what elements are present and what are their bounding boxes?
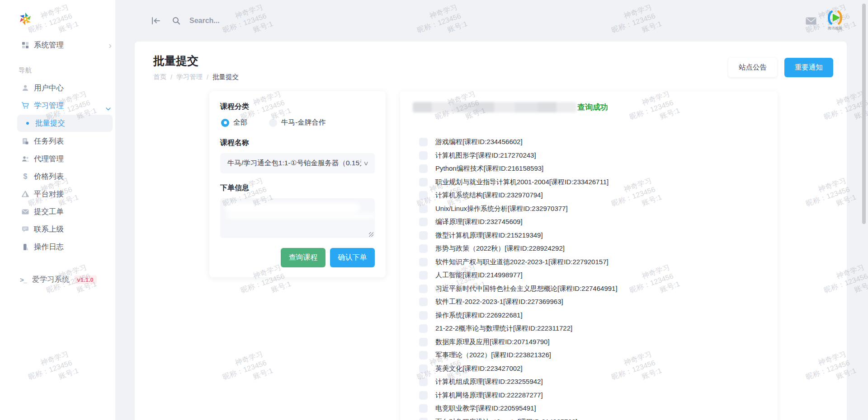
course-checkbox[interactable] — [419, 178, 428, 187]
course-checkbox[interactable] — [419, 378, 428, 386]
course-checkbox[interactable] — [419, 364, 428, 373]
redacted-content — [226, 213, 375, 219]
content-card: 批量提交 首页 / 学习管理 / 批量提交 站点公告 重要通知 — [135, 42, 847, 420]
sidebar-item-submit-ticket[interactable]: 提交工单 — [0, 203, 115, 220]
sidebar-item-label: 平台对接 — [34, 189, 64, 199]
course-checkbox[interactable] — [419, 258, 428, 266]
order-form-panel: 课程分类 全部 牛马-金牌合作 课程名称 牛马/学习通全包1:1-① — [209, 91, 386, 277]
nav-section-label: 导航 — [19, 66, 115, 75]
title-block: 批量提交 首页 / 学习管理 / 批量提交 — [153, 53, 239, 81]
course-select-value: 牛马/学习通全包1:1-①号铂金服务器（0.15元 — [227, 159, 361, 168]
course-checkbox[interactable] — [419, 205, 428, 213]
course-label: 面向对象程序设计（Java）[课程ID:214905722] — [435, 418, 577, 420]
course-row: 人工智能[课程ID:214998977] — [419, 269, 762, 282]
course-label: 计算机网络原理[课程ID:222287277] — [435, 391, 543, 400]
cart-icon — [21, 102, 30, 109]
sidebar-item-agent-management[interactable]: 代理管理 — [0, 150, 115, 168]
course-label: 军事理论（2022）[课程ID:223821326] — [435, 351, 551, 359]
course-label: Python编程技术[课程ID:216158593] — [435, 164, 543, 173]
radio-label: 牛马-金牌合作 — [281, 118, 326, 127]
order-info-textarea[interactable] — [220, 198, 375, 238]
course-row: 游戏编程[课程ID:234456602] — [419, 135, 762, 149]
pinwheel-logo-icon — [18, 20, 33, 28]
sidebar-item-learning-management[interactable]: 学习管理 — [0, 97, 115, 114]
page-header: 批量提交 首页 / 学习管理 / 批量提交 站点公告 重要通知 — [153, 53, 833, 81]
course-label: 软件工程-2022-2023-1[课程ID:227369963] — [435, 298, 563, 306]
tencent-video-link[interactable]: 腾讯视频 — [827, 10, 843, 31]
sidebar-item-price-list[interactable]: $ 价格列表 — [0, 168, 115, 185]
course-label: 形势与政策（2022秋）[课程ID:228924292] — [435, 244, 565, 253]
course-row: 形势与政策（2022秋）[课程ID:228924292] — [419, 242, 762, 256]
breadcrumb-separator: / — [170, 74, 172, 81]
course-label: 习近平新时代中国特色社会主义思想概论[课程ID:227464991] — [435, 285, 618, 293]
course-checkbox[interactable] — [419, 311, 428, 320]
search-input[interactable] — [189, 17, 334, 25]
course-list: 游戏编程[课程ID:234456602] 计算机图形学[课程ID:2172702… — [413, 135, 762, 420]
course-label: 操作系统[课程ID:226922681] — [435, 311, 523, 320]
panels-row: 课程分类 全部 牛马-金牌合作 课程名称 牛马/学习通全包1:1-① — [209, 91, 833, 420]
course-checkbox[interactable] — [419, 191, 428, 200]
query-courses-button[interactable]: 查询课程 — [281, 248, 326, 267]
sidebar-item-label: 任务列表 — [34, 136, 64, 146]
course-checkbox[interactable] — [419, 404, 428, 413]
course-row: Python编程技术[课程ID:216158593] — [419, 162, 762, 176]
course-label: 英美文化[课程ID:223427002] — [435, 364, 523, 373]
sidebar-item-contact-superior[interactable]: 联系上级 — [0, 220, 115, 238]
sidebar-item-operation-logs[interactable]: 操作日志 — [0, 238, 115, 256]
radio-selected-icon — [221, 119, 229, 127]
course-row: Unix/Linux操作系统分析[课程ID:232970377] — [419, 202, 762, 216]
course-row: 习近平新时代中国特色社会主义思想概论[课程ID:227464991] — [419, 282, 762, 296]
resize-handle[interactable] — [369, 232, 373, 237]
course-checkbox[interactable] — [419, 324, 428, 333]
app-root: 系统管理 › 导航 用户中心 — [0, 0, 868, 420]
important-notice-button[interactable]: 重要通知 — [784, 58, 833, 77]
course-select[interactable]: 牛马/学习通全包1:1-①号铂金服务器（0.15元 ∨ — [220, 153, 375, 173]
radio-option-gold-partner[interactable]: 牛马-金牌合作 — [269, 118, 326, 127]
course-label: 计算机系统结构[课程ID:232970794] — [435, 191, 543, 200]
course-label: 计算机组成原理[课程ID:223255942] — [435, 378, 543, 386]
sidebar-item-platform-integration[interactable]: 平台对接 — [0, 185, 115, 203]
course-checkbox[interactable] — [419, 285, 428, 293]
search-icon — [172, 17, 180, 25]
course-checkbox[interactable] — [419, 338, 428, 346]
mail-icon[interactable] — [806, 17, 816, 25]
app-logo[interactable] — [0, 0, 115, 28]
vertical-scrollbar-thumb[interactable] — [862, 4, 866, 224]
sidebar-item-label: 价格列表 — [34, 172, 64, 182]
user-icon — [21, 84, 30, 92]
radio-option-all[interactable]: 全部 — [221, 118, 247, 127]
breadcrumb-home[interactable]: 首页 — [153, 73, 166, 81]
query-results-panel: 查询成功 游戏编程[课程ID:234456602] 计算机图形学[课程ID:21… — [400, 91, 778, 420]
log-device-icon — [21, 243, 30, 251]
breadcrumb-current: 批量提交 — [212, 73, 239, 81]
sidebar-item-task-list[interactable]: 任务列表 — [0, 132, 115, 150]
course-checkbox[interactable] — [419, 218, 428, 226]
course-label: 软件知识产权与职业道德2022-2023-1[课程ID:227920157] — [435, 258, 609, 266]
course-checkbox[interactable] — [419, 298, 428, 306]
course-checkbox[interactable] — [419, 164, 428, 173]
course-checkbox[interactable] — [419, 231, 428, 240]
course-checkbox[interactable] — [419, 271, 428, 280]
course-checkbox[interactable] — [419, 151, 428, 160]
course-checkbox[interactable] — [419, 351, 428, 359]
app-system-name: 爱学习系统 — [32, 275, 70, 285]
tencent-video-label: 腾讯视频 — [828, 26, 842, 31]
radio-unselected-icon — [269, 119, 277, 127]
breadcrumb-section[interactable]: 学习管理 — [176, 73, 203, 81]
collapse-sidebar-button[interactable] — [151, 17, 160, 24]
header-buttons: 站点公告 重要通知 — [728, 58, 833, 77]
sidebar-item-user-center[interactable]: 用户中心 — [0, 79, 115, 97]
form-buttons: 查询课程 确认下单 — [220, 248, 375, 267]
sidebar-item-label: 联系上级 — [34, 224, 64, 234]
order-info-label: 下单信息 — [220, 183, 375, 193]
confirm-order-button[interactable]: 确认下单 — [330, 248, 375, 267]
sidebar-item-system-management[interactable]: 系统管理 › — [0, 36, 115, 54]
course-checkbox[interactable] — [419, 244, 428, 253]
sidebar-item-batch-submit[interactable]: 批量提交 — [17, 115, 113, 132]
course-checkbox[interactable] — [419, 138, 428, 146]
course-row: 军事理论（2022）[课程ID:223821326] — [419, 349, 762, 362]
site-announcement-button[interactable]: 站点公告 — [728, 58, 777, 77]
course-checkbox[interactable] — [419, 418, 428, 420]
course-checkbox[interactable] — [419, 391, 428, 400]
chat-bubble-icon — [21, 226, 30, 233]
